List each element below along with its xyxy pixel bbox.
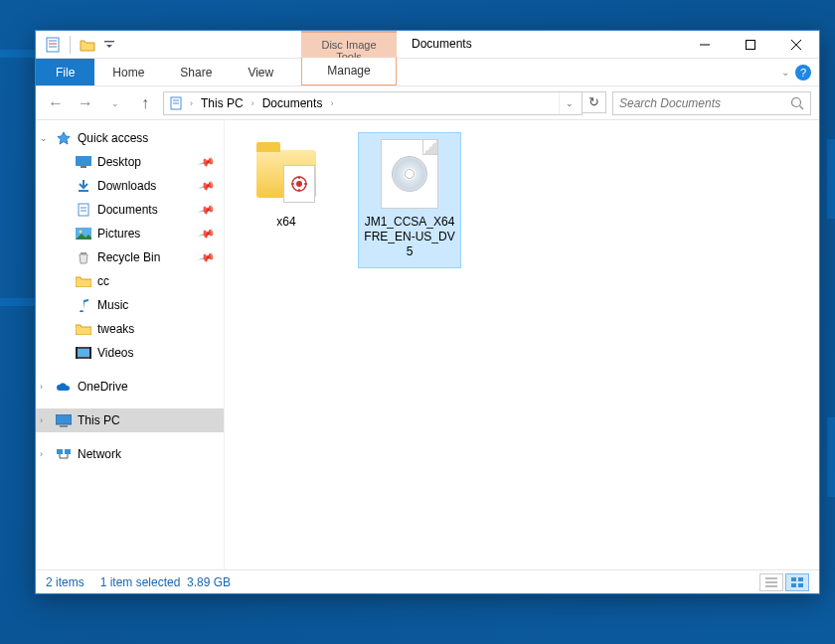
- nav-label: Desktop: [97, 155, 141, 169]
- pin-icon: 📌: [198, 177, 217, 195]
- back-button[interactable]: ←: [44, 91, 68, 115]
- nav-label: This PC: [78, 413, 120, 427]
- breadcrumb-documents[interactable]: Documents: [258, 94, 327, 112]
- expand-icon[interactable]: ›: [40, 415, 43, 425]
- nav-network[interactable]: › Network: [36, 442, 224, 466]
- svg-rect-40: [798, 577, 803, 581]
- search-input[interactable]: [619, 96, 790, 110]
- nav-item-pictures[interactable]: Pictures 📌: [36, 222, 224, 245]
- desktop-decoration: [827, 417, 835, 497]
- breadcrumb-chevron-icon[interactable]: ›: [186, 98, 197, 108]
- expand-icon[interactable]: ›: [40, 382, 43, 392]
- svg-rect-39: [791, 577, 796, 581]
- minimize-button[interactable]: [682, 31, 728, 59]
- network-icon: [56, 446, 72, 462]
- nav-item-documents[interactable]: Documents 📌: [36, 198, 224, 222]
- nav-label: Network: [78, 447, 121, 461]
- nav-item-videos[interactable]: Videos: [36, 341, 224, 365]
- up-button[interactable]: ↑: [133, 91, 157, 115]
- nav-onedrive[interactable]: › OneDrive: [36, 375, 224, 399]
- nav-item-downloads[interactable]: Downloads 📌: [36, 174, 224, 198]
- documents-icon: [166, 96, 186, 110]
- new-folder-icon[interactable]: [79, 34, 96, 56]
- details-view-button[interactable]: [759, 573, 783, 591]
- collapse-icon[interactable]: ⌄: [40, 133, 48, 143]
- nav-item-music[interactable]: Music: [36, 293, 224, 317]
- file-item-iso[interactable]: JM1_CCSA_X64FRE_EN-US_DV5: [358, 132, 461, 268]
- forward-button[interactable]: →: [74, 91, 97, 115]
- svg-rect-28: [60, 425, 68, 427]
- nav-thispc[interactable]: › This PC: [36, 408, 224, 432]
- music-icon: [76, 297, 91, 313]
- disc-image-icon: [375, 139, 444, 209]
- folder-item-x64[interactable]: x64: [235, 132, 338, 238]
- help-icon[interactable]: ?: [795, 65, 811, 80]
- pin-icon: 📌: [198, 248, 217, 266]
- svg-rect-41: [791, 583, 796, 587]
- onedrive-icon: [56, 379, 72, 395]
- tab-file[interactable]: File: [36, 59, 94, 85]
- svg-point-35: [296, 181, 302, 187]
- address-history-dropdown-icon[interactable]: ⌄: [559, 92, 580, 114]
- pin-icon: 📌: [198, 225, 217, 242]
- svg-rect-24: [78, 349, 89, 357]
- recent-locations-icon[interactable]: ⌄: [103, 91, 127, 115]
- window-title: Documents: [412, 37, 472, 51]
- item-label: JM1_CCSA_X64FRE_EN-US_DV5: [363, 215, 456, 259]
- nav-label: Quick access: [78, 131, 148, 145]
- svg-rect-0: [47, 38, 59, 52]
- expand-icon[interactable]: ›: [40, 449, 43, 459]
- breadcrumb-chevron-icon[interactable]: ›: [248, 98, 258, 108]
- folder-icon: [251, 139, 321, 209]
- tab-manage[interactable]: Manage: [301, 58, 397, 85]
- svg-point-21: [80, 231, 83, 234]
- close-button[interactable]: [773, 31, 819, 59]
- ribbon-tabs: File Home Share View ⌄ ?: [36, 59, 819, 86]
- nav-item-recycle-bin[interactable]: Recycle Bin 📌: [36, 245, 224, 269]
- svg-rect-14: [76, 156, 91, 166]
- nav-label: OneDrive: [78, 380, 128, 394]
- svg-rect-17: [79, 204, 88, 216]
- nav-quick-access[interactable]: ⌄ Quick access: [36, 126, 224, 150]
- folder-icon: [76, 321, 91, 337]
- svg-rect-26: [89, 347, 91, 359]
- nav-label: tweaks: [97, 322, 134, 336]
- nav-item-cc[interactable]: cc: [36, 269, 224, 293]
- tab-share[interactable]: Share: [162, 59, 230, 85]
- address-row: ← → ⌄ ↑ › This PC › Documents › ⌄ ↻: [36, 86, 819, 120]
- search-icon[interactable]: [790, 96, 804, 110]
- nav-item-tweaks[interactable]: tweaks: [36, 317, 224, 341]
- downloads-icon: [76, 178, 91, 194]
- content-pane[interactable]: x64 JM1_CCSA_X64FRE_EN-US_DV5: [225, 120, 819, 569]
- breadcrumb-chevron-icon[interactable]: ›: [326, 98, 337, 108]
- svg-rect-6: [747, 40, 755, 49]
- documents-icon: [76, 202, 91, 218]
- status-selection: 1 item selected 3.89 GB: [100, 575, 231, 589]
- maximize-button[interactable]: [728, 31, 773, 59]
- address-bar[interactable]: › This PC › Documents › ⌄: [163, 91, 583, 115]
- svg-rect-15: [81, 166, 86, 168]
- breadcrumb-thispc[interactable]: This PC: [197, 94, 248, 112]
- status-item-count: 2 items: [46, 575, 84, 589]
- icons-view-button[interactable]: [785, 573, 809, 591]
- pictures-icon: [76, 226, 91, 242]
- svg-rect-22: [81, 252, 86, 254]
- body: ⌄ Quick access Desktop 📌 Downloads 📌 Doc…: [36, 120, 819, 569]
- svg-line-13: [800, 105, 804, 109]
- item-label: x64: [240, 215, 333, 229]
- nav-label: Videos: [97, 346, 133, 360]
- properties-icon[interactable]: [44, 34, 62, 56]
- qat-dropdown-icon[interactable]: [100, 34, 118, 56]
- status-bar: 2 items 1 item selected 3.89 GB: [36, 569, 819, 593]
- quick-access-toolbar: [36, 31, 118, 58]
- svg-rect-25: [76, 347, 78, 359]
- nav-label: Documents: [97, 203, 158, 217]
- tab-view[interactable]: View: [230, 59, 291, 85]
- nav-label: cc: [97, 274, 109, 288]
- navigation-pane: ⌄ Quick access Desktop 📌 Downloads 📌 Doc…: [36, 120, 225, 569]
- nav-item-desktop[interactable]: Desktop 📌: [36, 150, 224, 174]
- expand-ribbon-icon[interactable]: ⌄: [781, 67, 789, 78]
- tab-home[interactable]: Home: [94, 59, 162, 85]
- search-box[interactable]: [612, 91, 811, 115]
- refresh-button[interactable]: ↻: [583, 91, 606, 113]
